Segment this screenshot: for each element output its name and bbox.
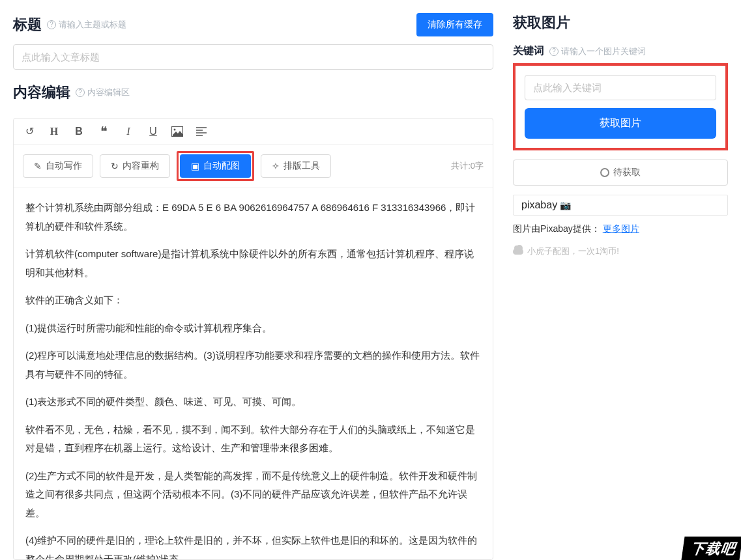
bold-icon[interactable]: B <box>72 126 85 137</box>
cloud-icon <box>513 248 523 255</box>
svg-point-1 <box>174 128 176 130</box>
info-icon: ? <box>47 20 56 29</box>
editor-box: ↺ H B ❝ I U ✎ 自动写作 ↻ <box>13 118 493 560</box>
keyword-label: 关键词 <box>513 44 544 58</box>
watermark: 下载吧 www.xiazaiba.com <box>681 537 741 560</box>
more-images-link[interactable]: 更多图片 <box>603 223 639 234</box>
main-column: 标题 ? 请输入主题或标题 清除所有缓存 内容编辑 ? 内容编辑区 ↺ H B … <box>0 0 506 560</box>
auto-write-button[interactable]: ✎ 自动写作 <box>23 154 93 178</box>
pixabay-badge: pixabay 📷 <box>513 195 728 216</box>
camera-icon: 📷 <box>560 200 571 210</box>
title-header-row: 标题 ? 请输入主题或标题 清除所有缓存 <box>13 13 493 36</box>
fetch-image-button[interactable]: 获取图片 <box>525 108 716 139</box>
paragraph: 计算机软件(computer software)是指计算机系统中除硬件以外的所有… <box>25 245 481 282</box>
refresh-icon: ↻ <box>111 161 119 171</box>
content-section-label: 内容编辑 <box>13 83 70 102</box>
keyword-highlight-block: 获取图片 <box>513 63 728 150</box>
heading-icon[interactable]: H <box>48 126 61 137</box>
wand-icon: ✧ <box>272 161 280 171</box>
info-icon: ? <box>549 47 559 56</box>
keyword-hint: ? 请输入一个图片关键词 <box>549 46 646 57</box>
image-icon[interactable] <box>171 126 184 137</box>
title-hint: ? 请输入主题或标题 <box>47 19 126 31</box>
image-sidebar: 获取图片 关键词 ? 请输入一个图片关键词 获取图片 待获取 pixabay 📷… <box>506 0 741 560</box>
paragraph: (2)生产方式不同的软件是开发，是人类智能的高发挥，而不是传统意义上的硬件制造。… <box>25 467 481 523</box>
action-toolbar: ✎ 自动写作 ↻ 内容重构 ▣ 自动配图 ✧ 排版工具 <box>14 145 493 188</box>
restructure-button[interactable]: ↻ 内容重构 <box>100 154 170 178</box>
article-title-input[interactable] <box>13 44 493 70</box>
auto-image-button[interactable]: ▣ 自动配图 <box>180 154 251 178</box>
content-hint: ? 内容编辑区 <box>76 87 130 98</box>
char-count: 共计:0字 <box>451 160 484 172</box>
paragraph: (4)维护不同的硬件是旧的，理论上软件是旧的，并不坏，但实际上软件也是旧的和坏的… <box>25 531 481 559</box>
layout-tool-button[interactable]: ✧ 排版工具 <box>261 154 331 178</box>
pending-status[interactable]: 待获取 <box>513 160 728 186</box>
align-left-icon[interactable] <box>196 127 209 136</box>
circle-icon <box>600 168 609 177</box>
editor-content[interactable]: 整个计算机系统由两部分组成：E 69DA 5 E 6 BA 9062616964… <box>14 188 493 559</box>
footer-note: 小虎子配图，一次1淘币! <box>513 245 728 257</box>
image-credit: 图片由Pixabay提供： 更多图片 <box>513 223 728 235</box>
title-section-label: 标题 <box>13 15 42 35</box>
paragraph: (2)程序可以满意地处理信息的数据结构。(3)说明程序功能要求和程序需要的文档的… <box>25 346 481 384</box>
keyword-input[interactable] <box>525 75 716 100</box>
paragraph: (1)表达形式不同的硬件类型、颜色、味道、可见、可摸、可闻。 <box>25 393 481 412</box>
info-icon: ? <box>76 88 85 97</box>
undo-icon[interactable]: ↺ <box>23 125 36 137</box>
pencil-icon: ✎ <box>34 161 42 171</box>
underline-icon[interactable]: U <box>147 126 160 137</box>
paragraph: (1)提供运行时所需功能和性能的命令或计算机程序集合。 <box>25 319 481 338</box>
paragraph: 整个计算机系统由两部分组成：E 69DA 5 E 6 BA 9062616964… <box>25 199 481 236</box>
italic-icon[interactable]: I <box>122 126 135 137</box>
fetch-image-title: 获取图片 <box>513 13 570 33</box>
picture-icon: ▣ <box>191 161 199 171</box>
quote-icon[interactable]: ❝ <box>97 126 110 137</box>
auto-image-highlight: ▣ 自动配图 <box>177 151 254 181</box>
clear-cache-button[interactable]: 清除所有缓存 <box>416 13 493 36</box>
paragraph: 软件的正确含义如下： <box>25 291 481 310</box>
paragraph: 软件看不见，无色，枯燥，看不见，摸不到，闻不到。软件大部分存在于人们的头脑或纸上… <box>25 421 481 458</box>
format-toolbar: ↺ H B ❝ I U <box>14 119 493 145</box>
content-header: 内容编辑 ? 内容编辑区 <box>13 83 493 102</box>
